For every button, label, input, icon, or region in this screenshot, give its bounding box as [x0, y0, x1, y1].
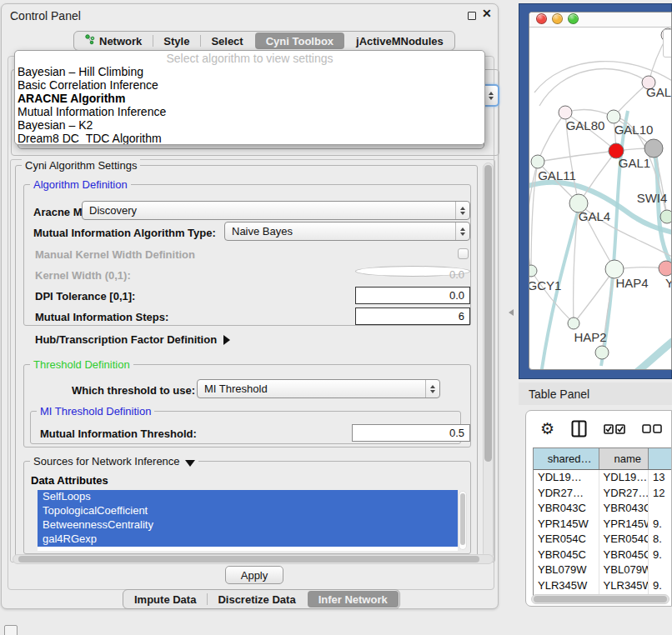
table-cell[interactable] — [649, 562, 672, 578]
table-cell[interactable]: YDR27… — [534, 486, 599, 502]
network-node[interactable] — [568, 318, 579, 329]
zoom-window-icon[interactable] — [568, 13, 579, 24]
table-cell[interactable]: YER054C — [599, 532, 649, 548]
table-cell[interactable]: YBR045C — [534, 548, 599, 563]
mi-threshold-field[interactable]: 0.5 — [352, 424, 470, 442]
node-label-gal2: GAL2 — [646, 85, 672, 99]
settings-vertical-scrollbar[interactable] — [483, 162, 494, 559]
network-node[interactable] — [660, 210, 672, 223]
attribute-item-selfloops[interactable]: SelfLoops — [38, 490, 458, 504]
table-cell[interactable]: YBL079W — [599, 562, 649, 578]
node-label-y: Y — [665, 276, 672, 290]
network-node[interactable] — [607, 110, 620, 123]
kernel-width-field[interactable]: 0.0 — [355, 266, 470, 277]
algorithm-option-bayesian-hill-climbing[interactable]: Bayesian – Hill Climbing — [15, 65, 484, 78]
table-cell[interactable] — [649, 501, 672, 517]
algorithm-option-dream8-dc-tdc-algorithm[interactable]: Dream8 DC_TDC Algorithm — [15, 132, 484, 145]
splitter-arrow-icon[interactable] — [509, 309, 514, 316]
bottom-tab-impute-data[interactable]: Impute Data — [123, 590, 207, 608]
expand-right-icon[interactable] — [223, 335, 230, 345]
column-header-name[interactable]: name — [599, 448, 649, 469]
data-attributes-list[interactable]: SelfLoopsTopologicalCoefficientBetweenne… — [38, 490, 458, 551]
dpi-tolerance-field[interactable]: 0.0 — [355, 287, 470, 304]
mi-type-combobox[interactable]: Naive Bayes — [224, 222, 470, 241]
apply-button[interactable]: Apply — [225, 566, 283, 584]
tab-network[interactable]: Network — [74, 32, 153, 50]
list-scrollbar-thumb[interactable] — [460, 493, 465, 545]
table-cell[interactable]: YDL19… — [534, 470, 599, 486]
table-cell[interactable]: YBR045C — [599, 548, 649, 563]
table-cell[interactable]: YBR043C — [599, 501, 649, 517]
which-threshold-combobox[interactable]: MI Threshold — [197, 379, 440, 398]
tab-network-label: Network — [99, 35, 142, 48]
algorithm-option-mutual-information-inference[interactable]: Mutual Information Inference — [15, 105, 484, 118]
attribute-item-gal4rgexp[interactable]: gal4RGexp — [38, 532, 458, 547]
network-node[interactable] — [595, 346, 609, 359]
table-horizontal-scrollbar[interactable] — [531, 594, 669, 604]
settings-horizontal-scrollbar[interactable] — [13, 554, 494, 564]
minimize-window-icon[interactable] — [552, 13, 563, 24]
table-row[interactable]: YLR345WYLR345W9. — [534, 578, 672, 594]
table-cell[interactable]: 9. — [649, 548, 672, 563]
network-node[interactable] — [644, 139, 663, 158]
algorithm-option-aracne-algorithm[interactable]: ARACNE Algorithm — [15, 92, 484, 105]
attribute-item-betweennesscentrality[interactable]: BetweennessCentrality — [38, 518, 458, 532]
tab-jactivemnodules[interactable]: jActiveMNodules — [345, 32, 454, 50]
tab-select[interactable]: Select — [200, 32, 253, 50]
tab-style[interactable]: Style — [153, 32, 200, 50]
network-node[interactable] — [531, 155, 544, 168]
column-header-col3[interactable] — [649, 448, 672, 469]
list-scrollbar[interactable] — [459, 491, 467, 550]
restore-panel-icon[interactable] — [4, 625, 18, 635]
column-header-shared[interactable]: shared… — [534, 448, 599, 469]
unselect-all-columns-icon[interactable] — [642, 424, 662, 433]
close-icon[interactable]: ✕ — [482, 7, 492, 20]
settings-vertical-scrollbar-thumb[interactable] — [484, 165, 492, 462]
table-cell[interactable]: 9. — [649, 578, 672, 594]
bottom-tab-discretize-data[interactable]: Discretize Data — [207, 590, 306, 608]
table-cell[interactable]: YBR043C — [534, 501, 599, 517]
select-all-columns-icon[interactable] — [604, 424, 625, 434]
network-canvas[interactable]: GAL2GAL80GAL10GAL1GAL11GAL4SWI4GCY1HAP4Y… — [529, 12, 672, 370]
gear-icon[interactable]: ⚙ — [540, 421, 554, 437]
table-row[interactable]: YDL19…YDL19…13 — [534, 470, 672, 486]
table-cell[interactable]: YBL079W — [534, 562, 599, 578]
network-tools-overlay[interactable] — [663, 29, 672, 58]
aracne-mode-combobox[interactable]: Discovery — [82, 201, 470, 220]
table-cell[interactable]: YPR145W — [599, 517, 649, 532]
network-node[interactable] — [659, 261, 672, 276]
table-row[interactable]: YBR045CYBR045C9. — [534, 548, 672, 563]
manual-kernel-checkbox[interactable] — [458, 248, 469, 259]
table-horizontal-scrollbar-thumb[interactable] — [534, 596, 667, 602]
split-view-icon[interactable] — [571, 420, 587, 438]
settings-horizontal-scrollbar-thumb[interactable] — [18, 556, 479, 562]
tab-cyni-toolbox[interactable]: Cyni Toolbox — [255, 32, 344, 49]
algorithm-option-bayesian-k2[interactable]: Bayesian – K2 — [15, 118, 484, 132]
table-row[interactable]: YER054CYER054C8. — [534, 532, 672, 548]
table-cell[interactable]: 8. — [649, 532, 672, 548]
attribute-item-topologicalcoefficient[interactable]: TopologicalCoefficient — [38, 504, 458, 518]
table-cell[interactable]: YDR27… — [599, 486, 649, 502]
table-cell[interactable]: YDL19… — [599, 470, 649, 486]
table-cell[interactable]: YER054C — [534, 532, 599, 548]
hub-section-toggle[interactable]: Hub/Transcription Factor Definition — [35, 333, 230, 346]
network-node[interactable] — [559, 106, 572, 119]
table-cell[interactable]: YPR145W — [534, 517, 599, 532]
close-window-icon[interactable] — [536, 13, 547, 24]
collapse-down-icon[interactable] — [185, 460, 195, 467]
float-window-icon[interactable] — [468, 12, 476, 20]
table-cell[interactable]: YLR345W — [599, 578, 649, 594]
table-cell[interactable]: 9. — [649, 517, 672, 532]
table-cell[interactable]: 12 — [649, 486, 672, 502]
mi-steps-field[interactable]: 6 — [355, 308, 470, 325]
table-cell[interactable]: YLR345W — [534, 578, 599, 594]
bottom-tab-infer-network[interactable]: Infer Network — [308, 591, 399, 608]
algorithm-option-basic-correlation-inference[interactable]: Basic Correlation Inference — [15, 78, 484, 92]
table-row[interactable]: YBL079WYBL079W — [534, 562, 672, 578]
table-row[interactable]: YDR27…YDR27…12 — [534, 486, 672, 502]
which-threshold-value: MI Threshold — [204, 382, 268, 395]
table-row[interactable]: YPR145WYPR145W9. — [534, 517, 672, 532]
network-node[interactable] — [529, 265, 537, 277]
table-cell[interactable]: 13 — [649, 470, 672, 486]
table-row[interactable]: YBR043CYBR043C — [534, 501, 672, 517]
